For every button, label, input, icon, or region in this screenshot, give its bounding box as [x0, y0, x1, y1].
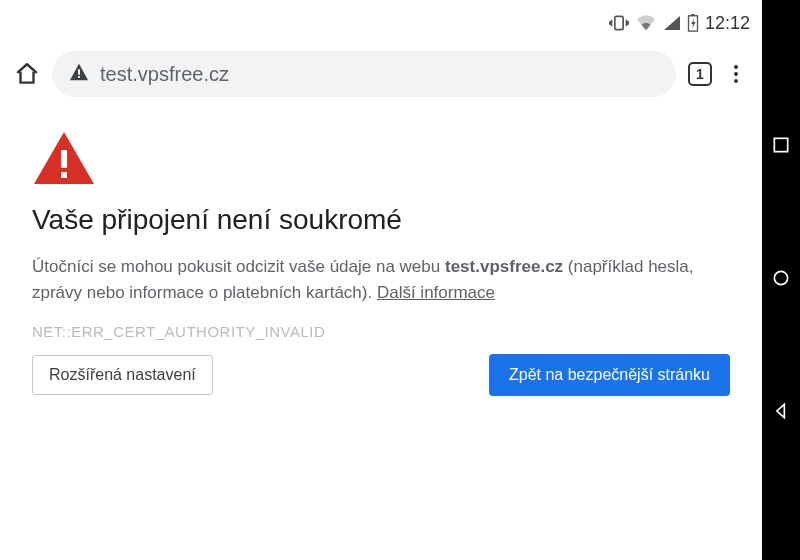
vibrate-icon: [609, 14, 629, 32]
svg-rect-4: [691, 14, 695, 16]
learn-more-link[interactable]: Další informace: [377, 283, 495, 302]
svg-rect-8: [61, 172, 67, 178]
tab-switcher[interactable]: 1: [688, 62, 712, 86]
overflow-menu-icon[interactable]: [724, 62, 748, 86]
android-system-nav: [762, 0, 800, 560]
error-body-pre: Útočníci se mohou pokusit odcizit vaše ú…: [32, 257, 445, 276]
home-button[interactable]: [771, 268, 791, 292]
status-bar: 12:12: [0, 0, 762, 46]
back-button[interactable]: [771, 401, 791, 425]
back-to-safety-button[interactable]: Zpět na bezpečnější stránku: [489, 354, 730, 396]
not-secure-icon: [68, 62, 90, 86]
wifi-icon: [635, 14, 657, 32]
svg-rect-5: [78, 69, 80, 74]
error-body-domain: test.vpsfree.cz: [445, 257, 563, 276]
error-title: Vaše připojení není soukromé: [32, 204, 730, 236]
recent-apps-button[interactable]: [771, 135, 791, 159]
svg-rect-7: [61, 150, 67, 168]
battery-charging-icon: [687, 14, 699, 32]
ssl-error-page: Vaše připojení není soukromé Útočníci se…: [0, 102, 762, 396]
status-time: 12:12: [705, 13, 750, 34]
svg-rect-6: [78, 76, 80, 78]
error-actions: Rozšířená nastavení Zpět na bezpečnější …: [32, 354, 730, 396]
signal-icon: [663, 15, 681, 31]
svg-rect-2: [615, 16, 623, 29]
warning-triangle-icon: [32, 130, 730, 186]
tab-count-value: 1: [696, 66, 704, 82]
svg-point-1: [774, 271, 787, 284]
url-bar[interactable]: test.vpsfree.cz: [52, 51, 676, 97]
home-icon[interactable]: [14, 61, 40, 87]
error-description: Útočníci se mohou pokusit odcizit vaše ú…: [32, 254, 730, 307]
url-text: test.vpsfree.cz: [100, 63, 229, 86]
advanced-button[interactable]: Rozšířená nastavení: [32, 355, 213, 395]
svg-rect-0: [774, 138, 787, 151]
browser-toolbar: test.vpsfree.cz 1: [0, 46, 762, 102]
error-code: NET::ERR_CERT_AUTHORITY_INVALID: [32, 323, 730, 340]
